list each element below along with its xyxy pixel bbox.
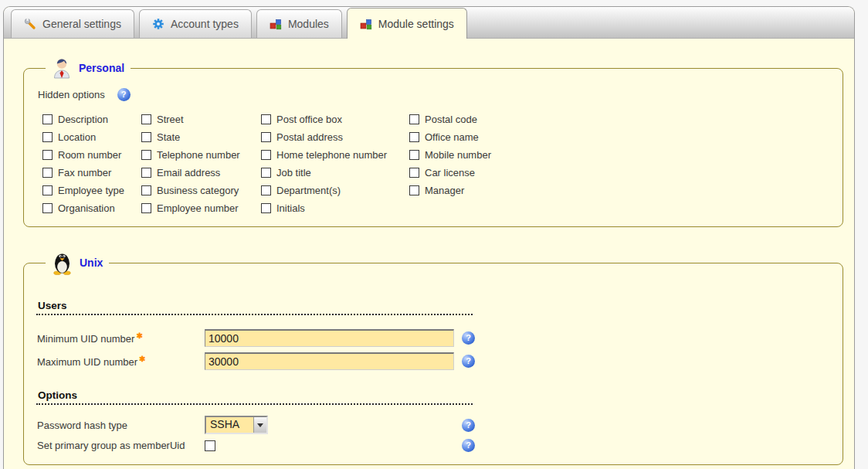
settings-window: General settings Account types Modules [3,6,855,469]
checkbox[interactable] [141,185,151,195]
grid-row: Description Street Post office box Posta… [42,110,491,128]
tab-account-types[interactable]: Account types [139,9,252,38]
min-uid-input[interactable] [205,329,454,347]
checkbox[interactable] [409,185,419,195]
options-section-header: Options [36,389,473,405]
option-label: Initials [276,202,305,214]
option-label: Description [58,114,108,125]
help-icon[interactable]: ? [117,88,131,101]
checkbox[interactable] [261,185,271,195]
tab-bar: General settings Account types Modules [4,7,854,39]
checkbox[interactable] [409,114,419,124]
chevron-down-icon [257,423,263,430]
tab-label: Module settings [378,18,454,30]
member-uid-label: Set primary group as memberUid [37,440,205,451]
wrench-icon [24,18,36,30]
password-hash-value: SSHA [206,417,253,433]
checkbox[interactable] [409,168,419,178]
checkbox[interactable] [261,203,271,213]
checkbox[interactable] [42,132,53,142]
password-hash-label: Password hash type [37,420,205,431]
option-label: Location [58,131,96,143]
unix-title: Unix [80,257,103,269]
required-marker: ✱ [139,355,145,363]
option-label: Job title [276,167,311,178]
tab-module-settings[interactable]: Module settings [347,8,467,39]
option-label: Employee number [157,202,239,214]
checkbox[interactable] [42,185,53,195]
password-hash-row: Password hash type SSHA ? [37,414,830,436]
tab-modules[interactable]: Modules [256,9,342,38]
hidden-options-label: Hidden options [38,89,105,100]
checkbox[interactable] [141,203,151,213]
option-label: Postal address [276,131,343,143]
member-uid-checkbox[interactable] [205,440,215,451]
checkbox[interactable] [141,168,151,178]
checkbox[interactable] [409,150,419,160]
checkbox[interactable] [261,150,271,160]
min-uid-row: Minimum UID number✱ ? [37,326,830,349]
personal-section: Personal Hidden options ? Description St… [23,57,843,227]
grid-row: Organisation Employee number Initials [42,199,491,217]
checkbox[interactable] [42,114,53,124]
max-uid-input[interactable] [205,352,454,370]
tux-penguin-icon [52,250,73,275]
option-label: State [157,131,180,143]
help-icon[interactable]: ? [462,439,475,452]
hidden-options-grid: Description Street Post office box Posta… [42,110,491,217]
option-label: Home telephone number [276,149,387,161]
option-label: Manager [425,185,464,196]
option-label: Room number [58,149,121,161]
checkbox[interactable] [141,114,151,124]
users-section-header: Users [36,300,473,315]
option-label: Business category [157,185,239,196]
checkbox[interactable] [409,132,419,142]
personal-title: Personal [79,62,124,74]
tab-label: Account types [171,18,239,30]
blocks-icon [270,18,282,30]
option-label: Organisation [58,202,115,214]
grid-row: Room number Telephone number Home teleph… [42,146,491,164]
hidden-options-row: Hidden options ? [38,88,830,101]
grid-row: Location State Postal address Office nam… [42,128,491,146]
max-uid-label: Maximum UID number✱ [37,355,205,368]
personal-legend: Personal [46,57,131,79]
blocks-icon [360,18,372,30]
min-uid-label: Minimum UID number✱ [37,331,205,345]
checkbox[interactable] [141,132,151,142]
help-icon[interactable]: ? [462,331,475,345]
checkbox[interactable] [42,168,53,178]
member-uid-row: Set primary group as memberUid ? [37,436,830,455]
checkbox[interactable] [261,168,271,178]
unix-legend: Unix [46,250,109,275]
option-label: Email address [157,167,220,178]
help-icon[interactable]: ? [462,355,475,368]
help-icon[interactable]: ? [462,419,475,432]
required-marker: ✱ [136,331,142,340]
option-label: Fax number [58,167,111,178]
max-uid-row: Maximum UID number✱ ? [37,349,830,372]
checkbox[interactable] [261,114,271,124]
option-label: Department(s) [276,185,341,196]
grid-row: Fax number Email address Job title Car l… [42,164,491,182]
password-hash-select[interactable]: SSHA [205,416,268,434]
option-label: Telephone number [157,149,240,161]
option-label: Mobile number [425,149,491,161]
gear-icon [152,18,164,30]
checkbox[interactable] [42,150,53,160]
option-label: Employee type [58,185,124,196]
checkbox[interactable] [261,132,271,142]
tab-label: General settings [42,18,121,30]
option-label: Postal code [425,114,477,125]
option-label: Car license [425,167,475,178]
checkbox[interactable] [141,150,151,160]
tab-label: Modules [288,18,329,30]
unix-section: Unix Users Minimum UID number✱ ? Maximum… [23,250,843,465]
tab-general-settings[interactable]: General settings [11,9,134,38]
option-label: Street [157,114,184,125]
module-settings-panel: Personal Hidden options ? Description St… [4,39,854,465]
checkbox[interactable] [42,203,53,213]
dropdown-arrow-button[interactable] [253,417,266,433]
option-label: Office name [425,131,479,143]
person-icon [52,57,72,79]
